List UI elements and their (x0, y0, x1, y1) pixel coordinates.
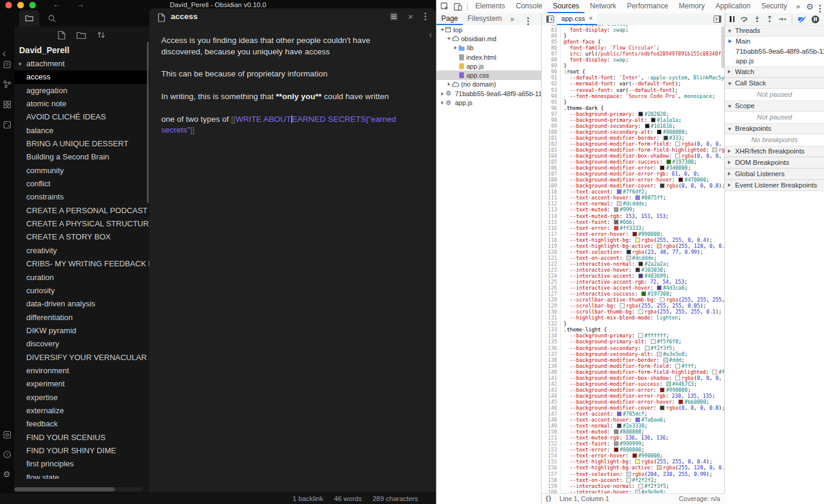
line-number[interactable]: 88 (542, 57, 561, 63)
line-number[interactable]: 85 (542, 39, 561, 45)
close-file-tab-icon[interactable]: × (589, 14, 593, 23)
navigator-kebab-icon[interactable] (526, 14, 530, 24)
line-number[interactable]: 95 (542, 99, 561, 105)
line-number[interactable]: 100 (542, 129, 561, 135)
section-header[interactable]: XHR/fetch Breakpoints (725, 146, 824, 157)
line-number[interactable]: 97 (542, 111, 561, 117)
line-number[interactable]: 114 (542, 213, 561, 219)
line-number[interactable]: 121 (542, 255, 561, 261)
line-number[interactable]: 160 (542, 489, 561, 493)
line-number[interactable]: 153 (542, 447, 561, 453)
line-number[interactable]: 138 (542, 357, 561, 363)
file-item[interactable]: BRING A UNIQUE DESSERT (14, 137, 149, 150)
line-number[interactable]: 87 (542, 51, 561, 57)
thread-item[interactable]: app.js (725, 56, 824, 66)
line-number[interactable]: 86 (542, 45, 561, 51)
file-item[interactable]: Building a Second Brain (14, 150, 149, 164)
vault-name[interactable]: David_Perell (19, 45, 69, 55)
line-number[interactable]: 155 (542, 459, 561, 465)
line-number[interactable]: 120 (542, 249, 561, 255)
panel-tab-security[interactable]: Security (756, 0, 792, 13)
panel-tab-elements[interactable]: Elements (470, 0, 511, 13)
line-number[interactable]: 140 (542, 369, 561, 375)
line-number[interactable]: 144 (542, 393, 561, 399)
tree-item[interactable]: obsidian.md (436, 34, 541, 43)
sort-order-icon[interactable] (97, 30, 106, 39)
file-item[interactable]: expertise (14, 391, 149, 404)
editor-pane[interactable]: ‹ Access is you finding ideas that other… (149, 26, 436, 493)
file-item[interactable]: aggregation (14, 84, 149, 97)
line-number[interactable]: 105 (542, 159, 561, 165)
line-number[interactable]: 111 (542, 195, 561, 201)
help-icon[interactable]: ? (3, 450, 11, 459)
line-number[interactable]: 118 (542, 237, 561, 243)
editor-tab[interactable]: access × (149, 8, 436, 26)
tree-item[interactable]: ⚙app.js (436, 98, 541, 107)
command-palette-icon[interactable] (3, 100, 11, 109)
inspect-element-icon[interactable] (441, 2, 449, 11)
section-header[interactable]: DOM Breakpoints (725, 157, 824, 168)
panel-tab-console[interactable]: Console (511, 0, 548, 13)
file-item[interactable]: AVOID CLICHÉ IDEAS (14, 110, 149, 124)
thread-item[interactable]: 71babb55-9ea6-48f9-a65b-113c6… (725, 47, 824, 57)
panel-tab-network[interactable]: Network (585, 0, 622, 13)
file-item[interactable]: differentiation (14, 311, 149, 324)
tab-file-explorer[interactable] (19, 10, 39, 26)
step-over-icon[interactable] (740, 16, 748, 23)
file-tab-appcss[interactable]: app.css× (557, 13, 597, 25)
file-item[interactable]: CRIBS- MY WRITING FEEDBACK FORM (14, 257, 149, 271)
step-out-icon[interactable] (766, 16, 773, 23)
file-item[interactable]: environment (14, 364, 149, 377)
file-item[interactable]: flow state (14, 471, 149, 479)
line-number[interactable]: 150 (542, 429, 561, 435)
tree-item[interactable]: top (436, 25, 541, 34)
tree-item[interactable]: app.js (436, 62, 541, 70)
line-number[interactable]: 126 (542, 285, 561, 291)
file-item[interactable]: constraints (14, 190, 149, 204)
step-icon[interactable] (779, 16, 786, 22)
line-number[interactable]: 143 (542, 387, 561, 393)
file-item[interactable]: externalize (14, 404, 149, 417)
line-number[interactable]: 117 (542, 231, 561, 237)
file-item[interactable]: data-driven analysis (14, 297, 149, 311)
line-number[interactable]: 146 (542, 405, 561, 411)
new-note-icon[interactable] (57, 30, 66, 40)
line-number[interactable]: 148 (542, 417, 561, 423)
panel-tab-performance[interactable]: Performance (622, 0, 674, 13)
line-number[interactable]: 99 (542, 123, 561, 129)
quick-switcher-icon[interactable] (3, 60, 11, 69)
section-header[interactable]: Scope (725, 100, 824, 112)
settings-gear-icon[interactable]: ⚙ (3, 470, 11, 478)
line-number[interactable]: 158 (542, 477, 561, 483)
section-header[interactable]: Breakpoints (725, 123, 824, 134)
line-number[interactable]: 152 (542, 441, 561, 447)
line-number[interactable]: 128 (542, 297, 561, 303)
line-number[interactable]: 112 (542, 201, 561, 207)
line-number[interactable]: 127 (542, 291, 561, 297)
zoom-traffic-light[interactable] (29, 2, 36, 8)
section-header[interactable]: Event Listener Breakpoints (725, 180, 824, 191)
random-note-icon[interactable] (3, 121, 11, 129)
line-number[interactable]: 135 (542, 339, 561, 345)
wikilink[interactable]: secrets" (161, 125, 190, 134)
file-item[interactable]: CREATE A PERSONAL PODCAST (14, 204, 149, 217)
pause-on-exceptions-icon[interactable] (811, 16, 819, 23)
new-folder-icon[interactable] (76, 32, 86, 39)
line-number[interactable]: 90 (542, 69, 561, 75)
file-item[interactable]: curation (14, 271, 149, 284)
line-number[interactable]: 116 (542, 225, 561, 231)
line-number[interactable]: 122 (542, 261, 561, 267)
line-number[interactable]: 133 (542, 327, 561, 333)
panel-tab-memory[interactable]: Memory (674, 0, 710, 13)
tree-item[interactable]: index.html (436, 53, 541, 62)
graph-view-icon[interactable] (3, 80, 11, 88)
line-number[interactable]: 103 (542, 147, 561, 153)
file-item[interactable]: discovery (14, 337, 149, 351)
line-number[interactable]: 113 (542, 207, 561, 213)
line-number[interactable]: 115 (542, 219, 561, 225)
pause-script-icon[interactable] (730, 14, 734, 24)
line-number[interactable]: 139 (542, 363, 561, 369)
line-number[interactable]: 124 (542, 273, 561, 279)
line-number[interactable]: 84 (542, 33, 561, 39)
line-number[interactable]: 137 (542, 351, 561, 357)
